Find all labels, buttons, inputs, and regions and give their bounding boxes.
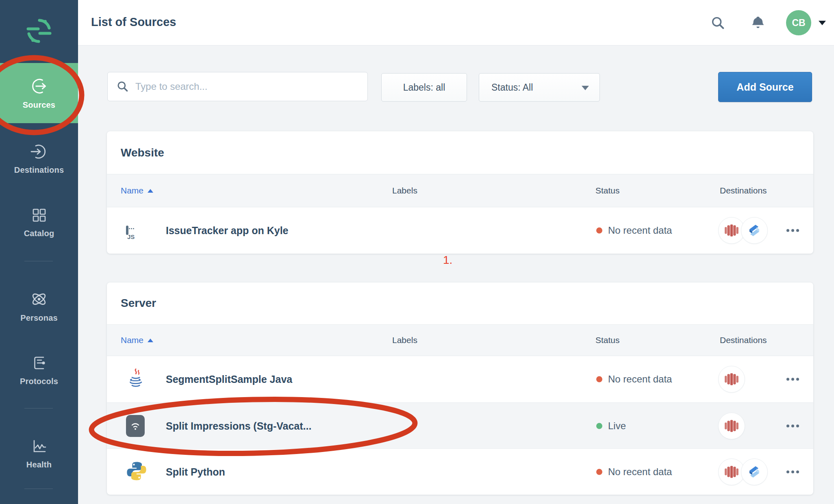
add-source-button[interactable]: Add Source (718, 72, 812, 102)
section-title: Website (121, 146, 164, 159)
labels-filter-button[interactable]: Labels: all (381, 73, 467, 102)
sort-ascending-icon (148, 339, 153, 342)
search-input-icon (117, 80, 129, 93)
destinations-icon (30, 143, 48, 161)
notifications-bell-icon[interactable] (749, 14, 767, 33)
destination-badge-amazon-kinesis[interactable] (718, 413, 745, 439)
app-window: Sources Destinations Catalog (0, 0, 834, 504)
column-header-destinations: Destinations (720, 335, 767, 345)
server-sources-card: Server Name Labels Status Destinations (107, 282, 813, 495)
sources-icon (30, 77, 48, 96)
search-input[interactable] (135, 81, 355, 92)
row-overflow-menu[interactable] (786, 424, 799, 427)
status-text: No recent data (608, 225, 672, 236)
sidebar-divider (24, 489, 53, 489)
chevron-down-icon (582, 86, 589, 90)
split-icon (747, 223, 762, 238)
source-search-box[interactable] (107, 72, 368, 101)
sidebar: Sources Destinations Catalog (0, 0, 78, 504)
source-name: Split Python (166, 466, 225, 478)
status-text: No recent data (608, 466, 672, 478)
sidebar-item-label: Personas (20, 313, 58, 323)
column-header-name[interactable]: Name (121, 335, 153, 345)
status-dot-live (596, 423, 602, 429)
source-row-python[interactable]: Split Python No recent data (107, 448, 813, 495)
column-header-destinations: Destinations (720, 186, 767, 196)
source-name: SegmentSplitSample Java (166, 374, 292, 385)
javascript-source-icon: JS (126, 227, 128, 234)
topbar: List of Sources CB (78, 0, 834, 46)
avatar[interactable]: CB (786, 10, 811, 35)
row-overflow-menu[interactable] (786, 378, 799, 381)
sidebar-item-label: Protocols (20, 377, 58, 386)
segment-logo[interactable] (0, 18, 78, 44)
page-title: List of Sources (91, 15, 176, 29)
source-name: IssueTracker app on Kyle (166, 225, 289, 237)
column-header-labels: Labels (392, 186, 417, 196)
avatar-initials: CB (792, 17, 805, 28)
source-row-issuetracker[interactable]: JS IssueTracker app on Kyle No recent da… (107, 207, 813, 254)
source-name: Split Impressions (Stg-Vacat... (166, 420, 311, 432)
table-header: Name Labels Status Destinations (107, 324, 813, 356)
section-title: Server (121, 297, 156, 310)
table-header: Name Labels Status Destinations (107, 174, 813, 207)
status-filter-dropdown[interactable]: Status: All (479, 73, 600, 102)
source-row-split-impressions[interactable]: Split Impressions (Stg-Vacat... Live (107, 402, 813, 449)
sidebar-divider (24, 408, 53, 408)
status-filter-label: Status: All (491, 82, 533, 93)
labels-filter-label: Labels: all (403, 82, 445, 93)
catalog-icon (30, 206, 48, 224)
sidebar-item-label: Health (26, 460, 52, 469)
row-overflow-menu[interactable] (786, 229, 799, 232)
status-dot-no-recent-data (596, 376, 602, 382)
source-row-java[interactable]: SegmentSplitSample Java No recent data (107, 356, 813, 402)
sidebar-item-health[interactable]: Health (0, 432, 78, 474)
sidebar-item-personas[interactable]: Personas (0, 285, 78, 327)
protocols-icon (30, 354, 48, 372)
account-menu-caret-icon[interactable] (819, 21, 826, 25)
row-overflow-menu[interactable] (786, 470, 799, 473)
sidebar-item-destinations[interactable]: Destinations (0, 137, 78, 180)
destination-badge-split[interactable] (741, 458, 768, 485)
python-source-icon (126, 461, 147, 483)
destination-badge-split[interactable] (741, 217, 768, 244)
health-icon (30, 437, 48, 455)
sidebar-item-label: Destinations (14, 165, 64, 175)
http-api-source-icon (126, 415, 145, 437)
column-header-labels: Labels (392, 335, 417, 345)
amazon-kinesis-icon (724, 223, 739, 238)
sidebar-item-protocols[interactable]: Protocols (0, 349, 78, 391)
annotation-step-1: 1. (443, 254, 452, 267)
sidebar-item-sources[interactable]: Sources (0, 63, 78, 123)
sidebar-item-catalog[interactable]: Catalog (0, 201, 78, 243)
java-source-icon (126, 368, 145, 391)
destination-badge-amazon-kinesis[interactable] (718, 366, 745, 393)
sidebar-divider (24, 261, 53, 261)
column-header-name[interactable]: Name (121, 186, 153, 196)
column-header-status: Status (595, 335, 620, 345)
sort-ascending-icon (148, 189, 153, 193)
main-content: Labels: all Status: All Add Source Websi… (78, 46, 834, 504)
status-text: No recent data (608, 374, 672, 385)
website-sources-card: Website Name Labels Status Destinations … (107, 131, 813, 254)
status-dot-no-recent-data (596, 228, 602, 234)
segment-logo-icon (26, 18, 52, 44)
status-dot-no-recent-data (596, 469, 602, 475)
search-icon[interactable] (710, 15, 726, 33)
column-header-status: Status (595, 186, 620, 196)
status-text: Live (608, 420, 626, 432)
sidebar-item-label: Catalog (24, 229, 54, 238)
personas-icon (30, 290, 48, 308)
sidebar-item-label: Sources (23, 100, 55, 110)
